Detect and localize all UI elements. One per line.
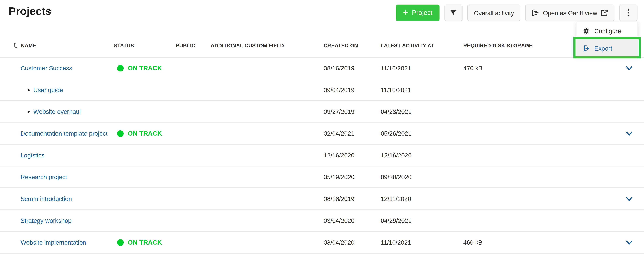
menu-item-configure-label: Configure: [594, 27, 621, 35]
expand-triangle-icon[interactable]: [28, 110, 30, 113]
projects-table: NAME STATUS PUBLIC ADDITIONAL CUSTOM FIE…: [0, 35, 644, 254]
created-on-value: 08/16/2019: [324, 195, 381, 202]
page-title: Projects: [9, 5, 51, 18]
status-badge: ON TRACK: [114, 239, 176, 246]
status-circle-icon: [117, 239, 124, 246]
disk-storage-value: 470 kB: [463, 65, 599, 72]
project-link[interactable]: Website overhaul: [33, 108, 81, 115]
menu-item-export-label: Export: [594, 45, 612, 52]
status-badge: ON TRACK: [114, 130, 176, 137]
chevron-down-icon[interactable]: [625, 239, 633, 245]
kebab-icon: [628, 9, 629, 17]
expand-triangle-icon[interactable]: [28, 88, 30, 91]
created-on-value: 05/19/2020: [324, 173, 381, 180]
table-row: User guide 09/04/2019 11/10/2021: [0, 79, 644, 101]
project-link[interactable]: Strategy workshop: [20, 217, 72, 224]
status-label: ON TRACK: [128, 130, 162, 137]
table-row: Website overhaul 09/27/2019 04/23/2021: [0, 101, 644, 123]
latest-activity-value: 12/11/2020: [381, 195, 463, 202]
latest-activity-value: 11/10/2021: [381, 86, 463, 93]
menu-item-configure[interactable]: Configure: [576, 22, 638, 40]
project-link[interactable]: Logistics: [20, 152, 44, 159]
created-on-value: 12/16/2020: [324, 152, 381, 159]
created-on-value: 03/04/2020: [324, 217, 381, 224]
project-link[interactable]: Scrum introduction: [20, 195, 72, 202]
overall-activity-label: Overall activity: [474, 9, 514, 16]
column-header-created-on[interactable]: CREATED ON: [324, 43, 381, 49]
chevron-down-icon[interactable]: [625, 65, 633, 71]
created-on-value: 09/27/2019: [324, 108, 381, 115]
projects-page: Projects + Project Overall activity Open…: [0, 0, 644, 254]
created-on-value: 09/04/2019: [324, 86, 381, 93]
add-project-button[interactable]: + Project: [396, 5, 439, 21]
table-row: Website implementation ON TRACK 03/04/20…: [0, 232, 644, 254]
latest-activity-value: 04/23/2021: [381, 108, 463, 115]
column-header-name[interactable]: NAME: [0, 43, 114, 49]
more-menu-button[interactable]: [620, 5, 638, 21]
status-label: ON TRACK: [128, 64, 162, 72]
column-header-public[interactable]: PUBLIC: [176, 43, 211, 49]
table-row: Customer Success ON TRACK 08/16/2019 11/…: [0, 58, 644, 79]
latest-activity-value: 05/26/2021: [381, 130, 463, 137]
plus-icon: +: [403, 8, 408, 17]
latest-activity-value: 11/10/2021: [381, 239, 463, 246]
column-header-custom-field[interactable]: ADDITIONAL CUSTOM FIELD: [211, 43, 324, 49]
latest-activity-value: 04/29/2021: [381, 217, 463, 224]
more-dropdown-menu: Configure Export: [576, 22, 638, 57]
sort-hierarchy-icon: [14, 43, 18, 49]
external-link-icon: [601, 9, 608, 16]
project-link[interactable]: Documentation template project: [20, 130, 108, 137]
toolbar: + Project Overall activity Open as Gantt…: [396, 5, 638, 21]
overall-activity-button[interactable]: Overall activity: [467, 5, 520, 21]
add-project-label: Project: [412, 9, 432, 17]
status-circle-icon: [117, 130, 124, 137]
filter-icon: [450, 9, 457, 16]
column-header-name-label: NAME: [21, 43, 36, 49]
status-label: ON TRACK: [128, 239, 162, 246]
latest-activity-value: 11/10/2021: [381, 65, 463, 72]
status-badge: ON TRACK: [114, 64, 176, 72]
table-row: Logistics 12/16/2020 12/16/2020: [0, 145, 644, 167]
project-link[interactable]: Research project: [20, 173, 67, 180]
gantt-chart-icon: [532, 10, 540, 16]
created-on-value: 08/16/2019: [324, 65, 381, 72]
column-header-latest-activity[interactable]: LATEST ACTIVITY AT: [381, 43, 463, 49]
status-circle-icon: [117, 65, 124, 71]
latest-activity-value: 12/16/2020: [381, 152, 463, 159]
project-link[interactable]: User guide: [33, 86, 63, 93]
project-link[interactable]: Website implementation: [20, 239, 86, 246]
created-on-value: 02/04/2021: [324, 130, 381, 137]
created-on-value: 03/04/2020: [324, 239, 381, 246]
menu-item-export[interactable]: Export: [576, 39, 638, 57]
latest-activity-value: 09/28/2020: [381, 173, 463, 180]
chevron-down-icon[interactable]: [625, 196, 633, 201]
table-row: Scrum introduction 08/16/2019 12/11/2020: [0, 188, 644, 210]
project-link[interactable]: Customer Success: [20, 65, 72, 72]
table-row: Strategy workshop 03/04/2020 04/29/2021: [0, 210, 644, 232]
chevron-down-icon[interactable]: [625, 131, 633, 136]
disk-storage-value: 460 kB: [463, 239, 599, 246]
export-icon: [583, 45, 590, 52]
table-row: Documentation template project ON TRACK …: [0, 123, 644, 145]
open-gantt-button[interactable]: Open as Gantt view: [526, 5, 614, 21]
table-header-row: NAME STATUS PUBLIC ADDITIONAL CUSTOM FIE…: [0, 35, 644, 58]
filter-button[interactable]: [444, 5, 462, 21]
column-header-status[interactable]: STATUS: [114, 43, 176, 49]
gear-icon: [583, 27, 590, 35]
table-row: Research project 05/19/2020 09/28/2020: [0, 166, 644, 188]
open-gantt-label: Open as Gantt view: [543, 9, 597, 16]
